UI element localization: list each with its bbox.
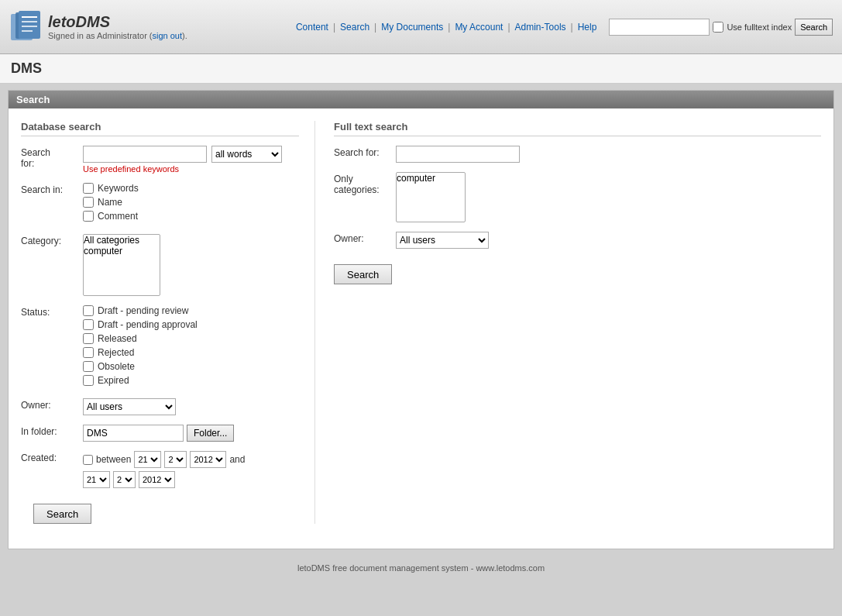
- ft-search-input[interactable]: [396, 146, 520, 163]
- search-in-label: Search in:: [21, 183, 83, 195]
- footer: letoDMS free document management system …: [0, 556, 842, 580]
- search-for-label: Searchfor:: [21, 146, 83, 169]
- in-folder-row: In folder: Folder...: [21, 425, 299, 442]
- released-label: Released: [98, 333, 137, 344]
- draft-approval-label: Draft - pending approval: [98, 319, 198, 330]
- left-panel: Database search Searchfor: all words any…: [21, 121, 315, 524]
- ft-owner-controls: All users: [396, 232, 821, 249]
- nav-admin-tools[interactable]: Admin-Tools: [515, 22, 566, 33]
- status-controls: Draft - pending review Draft - pending a…: [83, 305, 299, 389]
- ft-category-select[interactable]: computer: [396, 172, 466, 222]
- owner-controls: All users: [83, 398, 299, 415]
- db-search-title: Database search: [21, 121, 299, 136]
- created-day2-select[interactable]: 21: [83, 471, 110, 488]
- draft-review-label: Draft - pending review: [98, 305, 188, 316]
- ft-search-title: Full text search: [334, 121, 821, 136]
- header-search-button[interactable]: Search: [795, 19, 833, 36]
- created-month1-select[interactable]: 2: [164, 451, 187, 468]
- ft-categories-row: Only categories: computer: [334, 172, 821, 222]
- fulltext-checkbox[interactable]: [713, 22, 723, 33]
- created-checkbox[interactable]: [83, 455, 93, 465]
- nav-area: Content | Search | My Documents | My Acc…: [296, 19, 833, 36]
- draft-approval-row: Draft - pending approval: [83, 319, 299, 330]
- name-checkbox-row: Name: [83, 197, 299, 208]
- folder-button[interactable]: Folder...: [187, 425, 234, 442]
- created-controls: between 21 2 2012 and: [83, 451, 299, 488]
- search-in-row: Search in: Keywords Name Comment: [21, 183, 299, 225]
- in-folder-label: In folder:: [21, 425, 83, 437]
- comment-checkbox[interactable]: [83, 211, 94, 222]
- ft-search-button[interactable]: Search: [334, 264, 392, 284]
- ft-owner-row: Owner: All users: [334, 232, 821, 249]
- owner-label: Owner:: [21, 398, 83, 411]
- ft-categories-label: Only categories:: [334, 172, 396, 195]
- draft-review-checkbox[interactable]: [83, 305, 94, 316]
- in-folder-controls: Folder...: [83, 425, 299, 442]
- keywords-label: Keywords: [98, 183, 139, 194]
- sign-out-link[interactable]: sign out: [153, 31, 183, 40]
- logo-area: letoDMS Signed in as Administrator (sign…: [9, 11, 187, 43]
- name-label: Name: [98, 197, 122, 208]
- folder-input[interactable]: [83, 425, 184, 442]
- obsolete-row: Obsolete: [83, 361, 299, 372]
- nav-content[interactable]: Content: [296, 22, 328, 33]
- category-controls: All categories computer: [83, 234, 299, 296]
- draft-review-row: Draft - pending review: [83, 305, 299, 316]
- expired-checkbox[interactable]: [83, 375, 94, 386]
- db-search-input[interactable]: [83, 146, 207, 163]
- nav-my-account[interactable]: My Account: [455, 22, 503, 33]
- svg-rect-2: [19, 11, 40, 39]
- name-checkbox[interactable]: [83, 197, 94, 208]
- keywords-checkbox-row: Keywords: [83, 183, 299, 194]
- obsolete-label: Obsolete: [98, 361, 135, 372]
- obsolete-checkbox[interactable]: [83, 361, 94, 372]
- comment-label: Comment: [98, 211, 138, 222]
- app-title: letoDMS: [48, 13, 187, 31]
- between-label: between: [96, 454, 131, 465]
- created-day1-select[interactable]: 21: [134, 451, 161, 468]
- header-search-input[interactable]: [609, 19, 710, 36]
- search-for-controls: all words any words exact phrase Use pre…: [83, 146, 299, 174]
- header-search-area: Use fulltext index Search: [609, 19, 833, 36]
- and-label: and: [229, 454, 245, 465]
- db-search-button[interactable]: Search: [33, 504, 91, 524]
- main-content: Search Database search Searchfor: all wo…: [8, 90, 834, 549]
- logo-text-area: letoDMS Signed in as Administrator (sign…: [48, 13, 187, 40]
- category-select[interactable]: All categories computer: [83, 234, 160, 296]
- category-label: Category:: [21, 234, 83, 246]
- search-for-row: Searchfor: all words any words exact phr…: [21, 146, 299, 174]
- draft-approval-checkbox[interactable]: [83, 319, 94, 330]
- comment-checkbox-row: Comment: [83, 211, 299, 222]
- right-panel: Full text search Search for: Only catego…: [315, 121, 821, 524]
- ft-search-for-row: Search for:: [334, 146, 821, 163]
- ft-owner-label: Owner:: [334, 232, 396, 244]
- rejected-checkbox[interactable]: [83, 347, 94, 358]
- predefined-keywords-link[interactable]: Use predefined keywords: [83, 164, 299, 174]
- owner-select[interactable]: All users: [83, 398, 176, 415]
- created-month2-select[interactable]: 2: [113, 471, 136, 488]
- category-row: Category: All categories computer: [21, 234, 299, 296]
- keywords-checkbox[interactable]: [83, 183, 94, 194]
- fulltext-label: Use fulltext index: [727, 22, 792, 32]
- nav-help[interactable]: Help: [578, 22, 597, 33]
- ft-owner-select[interactable]: All users: [396, 232, 489, 249]
- expired-row: Expired: [83, 375, 299, 386]
- signed-in-text: Signed in as Administrator (sign out).: [48, 31, 187, 40]
- created-row: Created: between 21 2 20: [21, 451, 299, 488]
- search-type-select[interactable]: all words any words exact phrase: [211, 146, 282, 163]
- page-title: DMS: [0, 54, 842, 84]
- rejected-row: Rejected: [83, 347, 299, 358]
- footer-text: letoDMS free document management system …: [297, 563, 545, 573]
- released-row: Released: [83, 333, 299, 344]
- created-year2-select[interactable]: 2012: [139, 471, 175, 488]
- section-header: Search: [9, 91, 833, 108]
- search-in-controls: Keywords Name Comment: [83, 183, 299, 225]
- nav-my-documents[interactable]: My Documents: [381, 22, 443, 33]
- created-year1-select[interactable]: 2012: [190, 451, 226, 468]
- released-checkbox[interactable]: [83, 333, 94, 344]
- ft-search-for-controls: [396, 146, 821, 163]
- nav-search[interactable]: Search: [340, 22, 369, 33]
- rejected-label: Rejected: [98, 347, 134, 358]
- logo-icon: [9, 11, 42, 43]
- status-label: Status:: [21, 305, 83, 318]
